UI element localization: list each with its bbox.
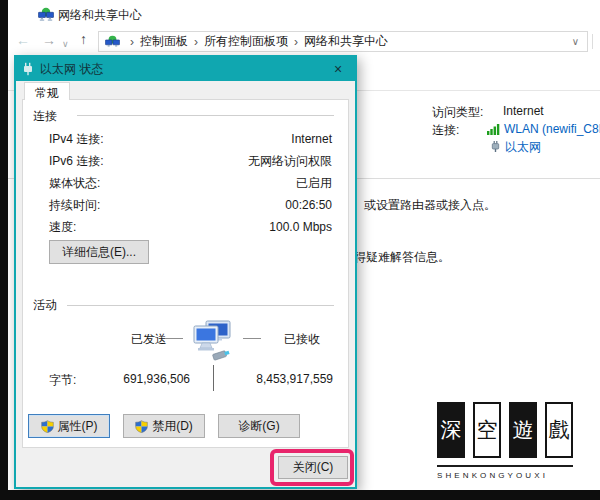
watermark-logo: 深 空 遊 戲 SHENKONGYOUXI	[437, 402, 573, 480]
row-label: IPv6 连接:	[49, 153, 104, 170]
watermark-caption: SHENKONGYOUXI	[437, 471, 573, 480]
breadcrumb-sep-icon: ›	[130, 35, 134, 49]
table-row: IPv4 连接: Internet	[23, 128, 348, 150]
bg-text-troubleshoot: 得疑难解答信息。	[354, 249, 450, 266]
row-label: IPv4 连接:	[49, 131, 104, 148]
properties-button[interactable]: 属性(P)	[28, 414, 110, 438]
received-label: 已接收	[284, 331, 320, 348]
table-row: 速度: 100.0 Mbps	[23, 216, 348, 238]
computers-activity-icon	[188, 318, 234, 362]
wlan-link[interactable]: WLAN (newifi_C8D0)	[504, 122, 600, 136]
watermark-tile: 遊	[509, 402, 537, 458]
access-type-value: Internet	[503, 104, 544, 118]
row-value: 00:26:50	[285, 198, 332, 212]
uac-shield-icon	[135, 420, 148, 433]
up-icon[interactable]: ↑	[80, 32, 87, 46]
dialog-close-icon[interactable]: ×	[327, 61, 349, 77]
forward-icon[interactable]: →	[42, 33, 56, 47]
disable-button-label: 禁用(D)	[152, 418, 193, 435]
ethernet-plug-icon	[22, 62, 34, 76]
table-row: IPv6 连接: 无网络访问权限	[23, 150, 348, 172]
breadcrumb-control-panel[interactable]: 控制面板	[140, 33, 188, 50]
window-title: 网络和共享中心	[58, 7, 142, 23]
address-bar[interactable]: › 控制面板 › 所有控制面板项 › 网络和共享中心 ∨	[98, 31, 588, 52]
watermark-tile: 空	[473, 402, 501, 458]
watermark-tiles: 深 空 遊 戲	[437, 402, 573, 458]
address-dropdown-icon[interactable]: ∨	[572, 36, 579, 47]
activity-connector-line	[243, 338, 261, 339]
activity-group-label: 活动	[33, 297, 63, 314]
diagnose-button-label: 诊断(G)	[238, 418, 279, 435]
access-type-label: 访问类型:	[432, 104, 483, 121]
connection-rows: IPv4 连接: Internet IPv6 连接: 无网络访问权限 媒体状态:…	[23, 128, 348, 238]
general-tab-panel: 连接 IPv4 连接: Internet IPv6 连接: 无网络访问权限 媒体…	[22, 99, 349, 448]
properties-button-label: 属性(P)	[58, 418, 98, 435]
back-icon[interactable]: ←	[16, 33, 30, 47]
row-value: 无网络访问权限	[248, 153, 332, 170]
dialog-title: 以太网 状态	[40, 61, 327, 78]
activity-connector-line	[165, 338, 183, 339]
wifi-signal-icon	[487, 124, 500, 135]
nav-history-chevron-icon[interactable]: ∨	[62, 37, 69, 51]
dialog-body: 常规 连接 IPv4 连接: Internet IPv6 连接: 无网络访问权限	[16, 81, 355, 487]
diagnose-button[interactable]: 诊断(G)	[218, 414, 300, 438]
row-value: 已启用	[296, 175, 332, 192]
breadcrumb-all-items[interactable]: 所有控制面板项	[204, 33, 288, 50]
screen-edge-left	[0, 0, 8, 500]
breadcrumb-sep-icon: ›	[194, 35, 198, 49]
connection-group-label: 连接	[33, 108, 63, 125]
row-value: 100.0 Mbps	[269, 220, 332, 234]
bytes-sent-value: 691,936,506	[78, 372, 190, 386]
watermark-tile: 深	[437, 402, 465, 458]
ethernet-status-dialog: 以太网 状态 × 常规 连接 IPv4 连接: Internet IPv6 连接…	[14, 55, 357, 489]
watermark-tile: 戲	[545, 402, 573, 458]
bytes-label: 字节:	[49, 372, 76, 389]
disable-button[interactable]: 禁用(D)	[123, 414, 205, 438]
sent-label: 已发送	[131, 331, 167, 348]
breadcrumb-sep-icon: ›	[294, 35, 298, 49]
network-center-icon	[38, 6, 54, 22]
bytes-divider	[213, 365, 214, 391]
bg-text-router: 或设置路由器或接入点。	[364, 197, 496, 214]
row-label: 速度:	[49, 219, 76, 236]
group-rule	[67, 305, 334, 306]
watermark-rule	[437, 465, 573, 467]
uac-shield-icon	[41, 420, 54, 433]
ethernet-link[interactable]: 以太网	[505, 139, 541, 156]
connections-label: 连接:	[432, 122, 459, 139]
details-button[interactable]: 详细信息(E)...	[49, 240, 149, 264]
row-label: 持续时间:	[49, 197, 100, 214]
group-rule	[77, 115, 334, 116]
ethernet-plug-icon	[490, 140, 501, 153]
toolbar-divider	[592, 34, 593, 49]
table-row: 持续时间: 00:26:50	[23, 194, 348, 216]
screen: 网络和共享中心 ← → ∨ ↑ › 控制面板 › 所有控制面板项 › 网络和共享…	[0, 0, 600, 500]
table-row: 媒体状态: 已启用	[23, 172, 348, 194]
dialog-titlebar: 以太网 状态 ×	[16, 57, 355, 81]
screen-edge-bottom	[0, 490, 600, 500]
tab-general[interactable]: 常规	[24, 82, 70, 100]
close-button[interactable]: 关闭(C)	[278, 456, 348, 479]
bytes-received-value: 8,453,917,559	[223, 372, 333, 386]
breadcrumb-network-center[interactable]: 网络和共享中心	[304, 33, 388, 50]
network-center-icon	[105, 34, 120, 49]
row-label: 媒体状态:	[49, 175, 100, 192]
row-value: Internet	[291, 132, 332, 146]
